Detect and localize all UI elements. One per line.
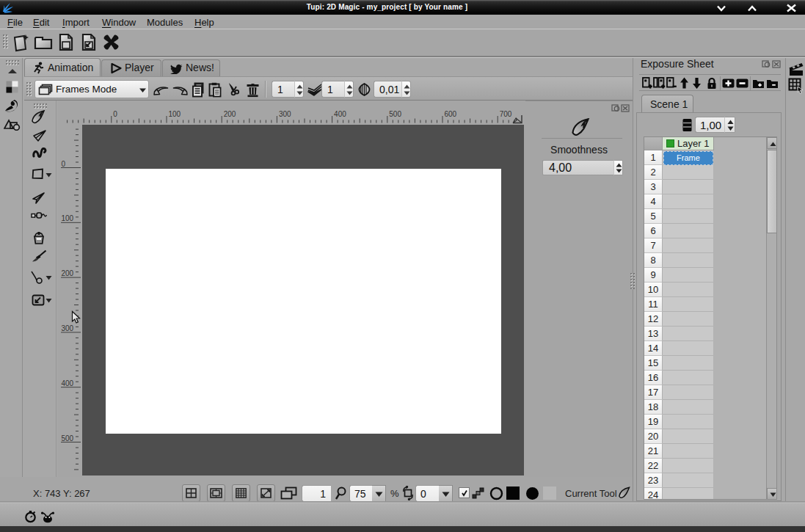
svg-text:600: 600 xyxy=(445,110,457,118)
svg-text:300: 300 xyxy=(279,110,291,118)
svg-text:100: 100 xyxy=(62,214,74,222)
svg-text:500: 500 xyxy=(389,110,401,118)
svg-text:0: 0 xyxy=(62,160,66,168)
svg-text:500: 500 xyxy=(62,434,74,442)
svg-text:200: 200 xyxy=(224,110,236,118)
svg-text:300: 300 xyxy=(62,324,74,332)
svg-text:100: 100 xyxy=(169,110,181,118)
svg-text:400: 400 xyxy=(334,110,346,118)
svg-text:0: 0 xyxy=(113,110,117,118)
svg-text:700: 700 xyxy=(500,110,512,118)
svg-text:400: 400 xyxy=(62,379,74,387)
svg-text:200: 200 xyxy=(62,269,74,277)
